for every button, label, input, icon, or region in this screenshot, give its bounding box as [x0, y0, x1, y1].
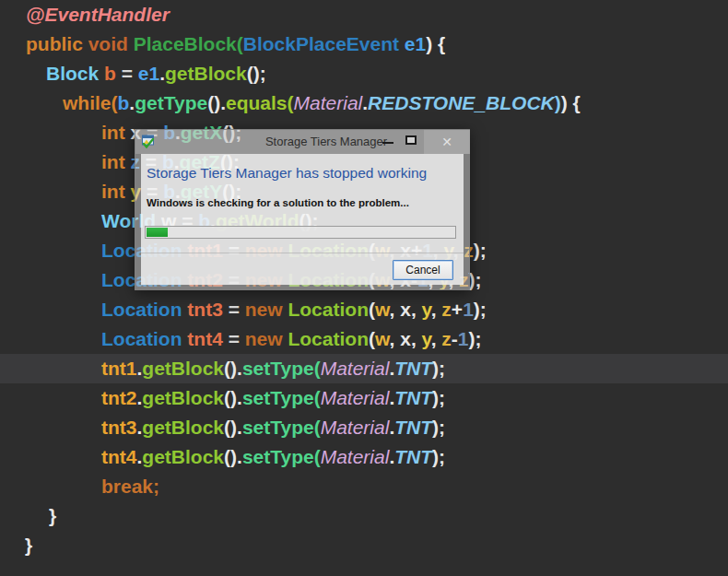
code-token: tnt4 — [187, 328, 223, 349]
maximize-button[interactable] — [401, 130, 423, 154]
code-line: } — [0, 501, 728, 531]
code-token: 1 — [458, 328, 469, 349]
code-token: setType — [242, 417, 314, 438]
code-token: z — [441, 299, 452, 320]
code-token: ) { — [561, 92, 581, 113]
crash-dialog: Storage Tiers Manager ✕ Storage Tiers Ma… — [135, 129, 470, 290]
code-token: public — [26, 33, 88, 54]
code-token: tnt1 — [101, 358, 137, 379]
code-token: PlaceBlock — [134, 33, 237, 54]
code-token: ) { — [426, 33, 445, 54]
code-token: y — [422, 299, 431, 320]
code-token: () — [224, 358, 237, 379]
code-token: setType — [242, 387, 314, 408]
close-button[interactable]: ✕ — [424, 130, 470, 154]
code-token: x — [400, 328, 411, 349]
code-token: equals — [226, 92, 288, 113]
code-token: (); — [247, 63, 266, 84]
code-token: ( — [314, 358, 321, 379]
code-token: tnt3 — [101, 417, 137, 438]
code-token: x — [400, 299, 411, 320]
code-token: Material — [321, 358, 390, 379]
cancel-button[interactable]: Cancel — [393, 260, 453, 280]
minimize-icon — [382, 142, 393, 144]
code-token: REDSTONE_BLOCK — [368, 92, 555, 113]
code-token: ( — [314, 387, 321, 408]
code-token: Material — [321, 387, 390, 408]
code-token: int — [101, 151, 131, 172]
code-token: TNT — [394, 358, 432, 379]
progress-chunk — [147, 228, 168, 237]
code-token: , — [390, 299, 401, 320]
code-token: getBlock — [142, 417, 224, 438]
code-line: tnt2.getBlock().setType(Material.TNT); — [0, 383, 728, 413]
code-token: ( — [369, 328, 375, 349]
code-token: break; — [101, 476, 159, 497]
code-token: y — [422, 328, 431, 349]
dialog-footer: Cancel — [141, 253, 464, 285]
code-token: () — [224, 387, 237, 408]
code-token: while — [63, 92, 112, 113]
code-token: ); — [469, 328, 482, 349]
code-token: Material — [321, 417, 390, 438]
code-token: = — [223, 299, 245, 320]
code-line: @EventHandler — [0, 0, 728, 29]
code-token: ( — [369, 299, 375, 320]
code-token: - — [452, 328, 458, 349]
code-token: ); — [432, 387, 445, 408]
code-line: tnt4.getBlock().setType(Material.TNT); — [0, 442, 728, 472]
code-line: while(b.getType().equals(Material.REDSTO… — [0, 88, 728, 118]
code-line: public void PlaceBlock(BlockPlaceEvent e… — [0, 29, 728, 59]
code-token: Block — [46, 63, 104, 84]
code-token: , — [411, 328, 422, 349]
code-token: 1 — [463, 299, 474, 320]
code-token: ); — [432, 446, 445, 467]
code-token: getBlock — [165, 63, 247, 84]
code-token: ) — [555, 92, 561, 113]
screen: @EventHandlerpublic void PlaceBlock(Bloc… — [0, 0, 728, 576]
code-token: , — [411, 299, 422, 320]
code-token: ( — [237, 33, 243, 54]
code-token: z — [441, 328, 452, 349]
code-token: ( — [314, 446, 321, 467]
code-token: , — [390, 328, 401, 349]
dialog-body: Storage Tiers Manager has stopped workin… — [141, 154, 464, 285]
code-line: } — [0, 531, 728, 560]
code-token: , — [431, 299, 442, 320]
code-token: new — [245, 328, 288, 349]
code-token: ); — [432, 358, 445, 379]
code-token: ); — [432, 417, 445, 438]
minimize-button[interactable] — [377, 130, 399, 154]
code-token: b — [104, 63, 116, 84]
code-line: tnt1.getBlock().setType(Material.TNT); — [0, 354, 728, 383]
code-token: TNT — [394, 446, 432, 467]
code-token: () — [224, 417, 237, 438]
status-text: Windows is checking for a solution to th… — [147, 197, 409, 208]
code-token: tnt2 — [101, 387, 137, 408]
code-token: e1 — [405, 33, 426, 54]
code-token: e1 — [138, 63, 159, 84]
progress-bar — [145, 226, 456, 239]
code-token: getType — [135, 92, 207, 113]
code-token: () — [207, 92, 220, 113]
code-token: new — [245, 299, 288, 320]
code-token: setType — [242, 446, 314, 467]
code-token: } — [25, 535, 32, 556]
code-line: tnt3.getBlock().setType(Material.TNT); — [0, 413, 728, 442]
code-token: ( — [288, 92, 294, 113]
dialog-titlebar[interactable]: Storage Tiers Manager ✕ — [135, 130, 469, 154]
code-token: } — [49, 505, 56, 526]
code-token: tnt3 — [187, 299, 223, 320]
code-token: Location — [101, 299, 187, 320]
code-token: , — [431, 328, 442, 349]
code-token: ); — [469, 269, 482, 290]
crash-headline: Storage Tiers Manager has stopped workin… — [147, 165, 460, 182]
code-token: Location — [288, 328, 369, 349]
code-token: setType — [242, 358, 314, 379]
code-token: Location — [288, 299, 369, 320]
code-token: () — [224, 446, 237, 467]
code-token: ); — [474, 240, 487, 261]
code-line: Location tnt3 = new Location(w, x, y, z+… — [0, 295, 728, 324]
code-token: int — [101, 122, 131, 143]
code-token: getBlock — [142, 387, 224, 408]
